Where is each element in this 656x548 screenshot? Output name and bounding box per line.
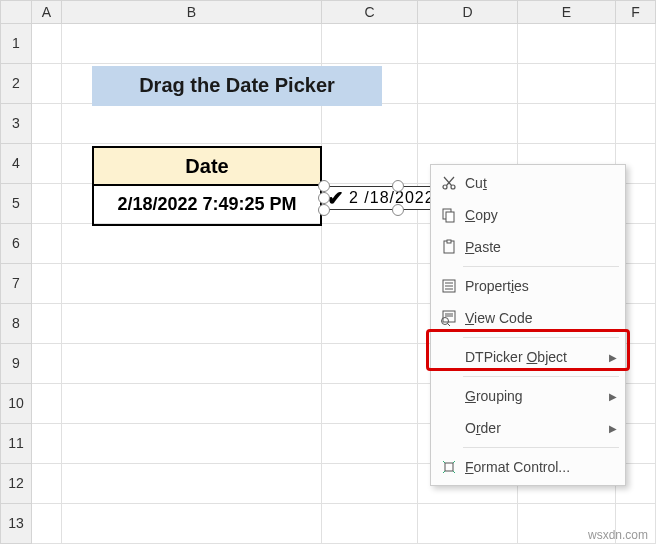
col-header-C[interactable]: C — [322, 0, 418, 24]
svg-rect-5 — [447, 240, 451, 243]
row-header-4[interactable]: 4 — [0, 144, 32, 184]
row-header-8[interactable]: 8 — [0, 304, 32, 344]
chevron-right-icon: ▶ — [609, 391, 619, 402]
menu-label: View Code — [465, 310, 619, 326]
menu-grouping[interactable]: Grouping ▶ — [431, 380, 625, 412]
row-header-10[interactable]: 10 — [0, 384, 32, 424]
watermark: wsxdn.com — [588, 528, 648, 542]
col-header-E[interactable]: E — [518, 0, 616, 24]
selection-handle[interactable] — [392, 180, 404, 192]
menu-label: Cut — [465, 175, 619, 191]
selection-handle[interactable] — [318, 180, 330, 192]
page-title: Drag the Date Picker — [92, 66, 382, 106]
menu-label: Copy — [465, 207, 619, 223]
chevron-right-icon: ▶ — [609, 423, 619, 434]
column-headers: A B C D E F — [0, 0, 656, 24]
col-header-F[interactable]: F — [616, 0, 656, 24]
date-column-header: Date — [92, 146, 322, 186]
row-header-6[interactable]: 6 — [0, 224, 32, 264]
menu-order[interactable]: Order ▶ — [431, 412, 625, 444]
col-header-D[interactable]: D — [418, 0, 518, 24]
date-value-cell[interactable]: 2/18/2022 7:49:25 PM — [92, 186, 322, 226]
row-header-11[interactable]: 11 — [0, 424, 32, 464]
menu-label: Paste — [465, 239, 619, 255]
row-header-12[interactable]: 12 — [0, 464, 32, 504]
select-all-corner[interactable] — [0, 0, 32, 24]
svg-point-0 — [443, 185, 447, 189]
selection-handle[interactable] — [392, 204, 404, 216]
selection-handle[interactable] — [318, 204, 330, 216]
menu-separator — [463, 266, 619, 267]
row-header-13[interactable]: 13 — [0, 504, 32, 544]
menu-label: Format Control... — [465, 459, 619, 475]
menu-cut[interactable]: Cut — [431, 167, 625, 199]
cut-icon — [437, 173, 461, 193]
menu-separator — [463, 337, 619, 338]
menu-paste[interactable]: Paste — [431, 231, 625, 263]
menu-label: Properties — [465, 278, 619, 294]
row-header-3[interactable]: 3 — [0, 104, 32, 144]
blank-icon — [437, 386, 461, 406]
svg-rect-3 — [446, 212, 454, 222]
row-headers: 1 2 3 4 5 6 7 8 9 10 11 12 13 — [0, 24, 32, 544]
blank-icon — [437, 347, 461, 367]
menu-separator — [463, 447, 619, 448]
row-header-1[interactable]: 1 — [0, 24, 32, 64]
copy-icon — [437, 205, 461, 225]
view-code-icon — [437, 308, 461, 328]
menu-properties[interactable]: Properties — [431, 270, 625, 302]
paste-icon — [437, 237, 461, 257]
properties-icon — [437, 276, 461, 296]
svg-point-1 — [451, 185, 455, 189]
svg-line-14 — [448, 324, 451, 327]
menu-label: DTPicker Object — [465, 349, 609, 365]
context-menu: Cut Copy Paste Properties View Code DTPi… — [430, 164, 626, 486]
col-header-A[interactable]: A — [32, 0, 62, 24]
menu-view-code[interactable]: View Code — [431, 302, 625, 334]
menu-copy[interactable]: Copy — [431, 199, 625, 231]
svg-rect-15 — [445, 463, 453, 471]
menu-label: Grouping — [465, 388, 609, 404]
menu-separator — [463, 376, 619, 377]
col-header-B[interactable]: B — [62, 0, 322, 24]
row-header-9[interactable]: 9 — [0, 344, 32, 384]
row-header-2[interactable]: 2 — [0, 64, 32, 104]
chevron-right-icon: ▶ — [609, 352, 619, 363]
row-header-5[interactable]: 5 — [0, 184, 32, 224]
format-control-icon — [437, 457, 461, 477]
menu-label: Order — [465, 420, 609, 436]
selection-handle[interactable] — [318, 192, 330, 204]
menu-dtpicker-object[interactable]: DTPicker Object ▶ — [431, 341, 625, 373]
row-header-7[interactable]: 7 — [0, 264, 32, 304]
menu-format-control[interactable]: Format Control... — [431, 451, 625, 483]
blank-icon — [437, 418, 461, 438]
